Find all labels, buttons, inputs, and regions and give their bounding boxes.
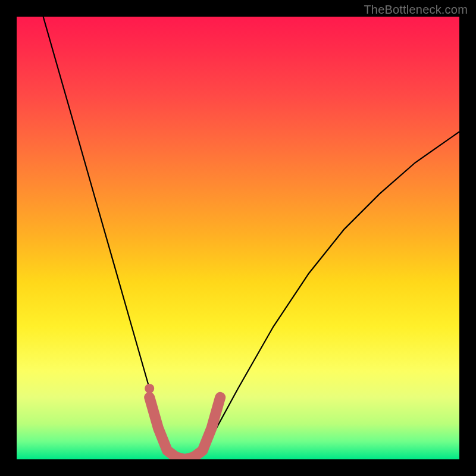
highlight-band bbox=[149, 397, 220, 459]
curve-layer bbox=[17, 17, 459, 459]
chart-frame: TheBottleneck.com bbox=[0, 0, 476, 476]
bottleneck-curve bbox=[43, 17, 459, 459]
watermark-text: TheBottleneck.com bbox=[364, 3, 468, 17]
highlight-dot bbox=[145, 384, 154, 393]
plot-area bbox=[17, 17, 459, 459]
